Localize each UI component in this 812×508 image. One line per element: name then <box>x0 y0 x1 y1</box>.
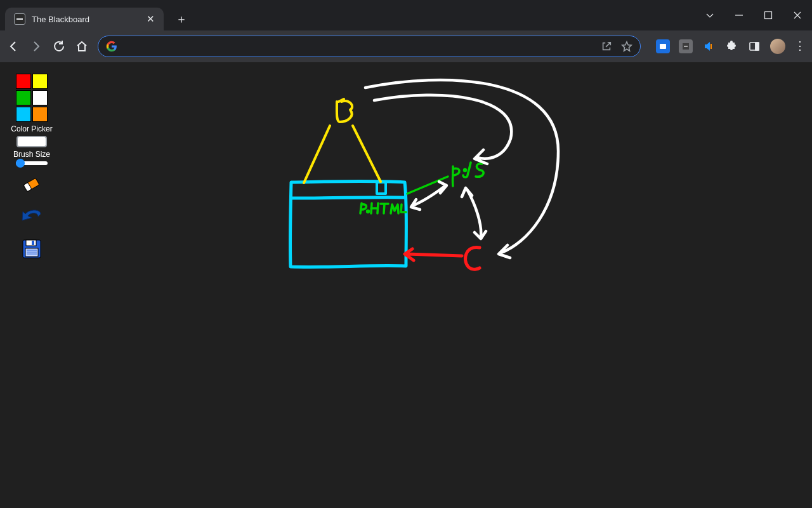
extension-icon-1[interactable] <box>656 39 670 53</box>
bookmark-star-icon[interactable] <box>621 41 632 52</box>
tab-favicon <box>14 13 25 25</box>
svg-point-17 <box>464 170 466 171</box>
tab-title: The Blackboard <box>32 15 89 24</box>
window-close-button[interactable] <box>783 0 812 30</box>
profile-avatar[interactable] <box>770 39 785 54</box>
drawn-letter-c <box>405 248 480 270</box>
drawn-box <box>291 181 407 267</box>
nav-reload-button[interactable] <box>52 39 66 53</box>
drawn-letter-b <box>304 99 381 183</box>
extension-icon-2[interactable] <box>679 39 693 53</box>
url-input[interactable] <box>124 41 594 51</box>
chrome-menu-button[interactable]: ⋮ <box>794 44 806 48</box>
svg-rect-0 <box>765 12 772 19</box>
svg-rect-6 <box>756 43 759 50</box>
side-panel-icon[interactable] <box>747 39 761 53</box>
nav-home-button[interactable] <box>75 39 89 53</box>
google-icon <box>106 41 117 52</box>
tab-close-icon[interactable]: ✕ <box>147 13 155 25</box>
share-icon[interactable] <box>601 41 612 52</box>
drawn-arrows <box>365 80 558 258</box>
new-tab-button[interactable]: ＋ <box>171 9 192 29</box>
window-minimize-button[interactable] <box>724 0 754 30</box>
extension-volume-icon[interactable] <box>702 39 716 53</box>
svg-rect-16 <box>377 182 386 194</box>
address-bar[interactable] <box>98 36 641 57</box>
svg-point-18 <box>367 211 369 213</box>
nav-back-button[interactable] <box>6 39 20 53</box>
tab-search-button[interactable] <box>695 0 724 30</box>
nav-forward-button[interactable] <box>29 39 43 53</box>
drawing-canvas[interactable] <box>0 62 812 508</box>
window-maximize-button[interactable] <box>754 0 783 30</box>
extensions-puzzle-icon[interactable] <box>724 39 738 53</box>
browser-tab[interactable]: The Blackboard ✕ <box>5 8 164 30</box>
svg-rect-1 <box>660 44 666 49</box>
svg-rect-3 <box>684 46 688 47</box>
